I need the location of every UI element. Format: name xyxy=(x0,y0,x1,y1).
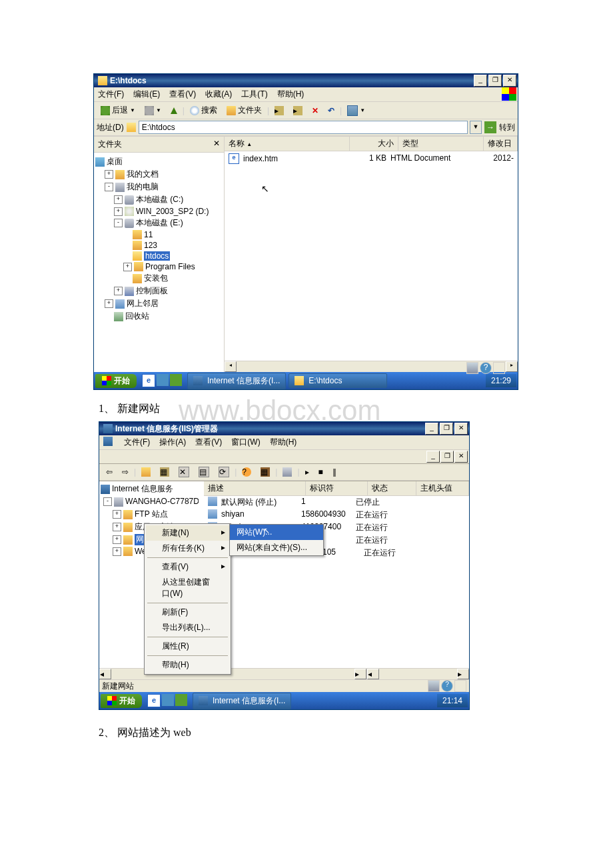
collapse-button[interactable]: - xyxy=(105,183,113,191)
collapse-button[interactable]: - xyxy=(114,219,123,227)
start-button[interactable]: 开始 xyxy=(101,694,142,708)
maximize-button[interactable]: ❐ xyxy=(488,75,502,87)
up-button[interactable] xyxy=(137,466,155,478)
toolbar-button[interactable]: ✕ xyxy=(175,465,193,479)
file-row[interactable]: eindex.htm 1 KB HTML Document 2012- xyxy=(225,153,518,165)
nav-forward-button[interactable]: ⇨ xyxy=(118,466,133,478)
expand-button[interactable]: + xyxy=(105,170,113,179)
menu-item-new-site[interactable]: 网站(W)...↖ xyxy=(230,525,323,540)
menu-file[interactable]: 文件(F) xyxy=(98,89,124,100)
menu-view[interactable]: 查看(V) xyxy=(169,89,196,100)
help-icon[interactable]: ? xyxy=(441,680,453,692)
help-icon[interactable]: ? xyxy=(480,362,492,374)
tree-item-server[interactable]: -WANGHAO-C7787D4(本地) xyxy=(101,495,203,508)
pause-button[interactable]: ‖ xyxy=(328,466,340,478)
up-button[interactable] xyxy=(167,106,181,115)
quicklaunch-item[interactable] xyxy=(170,374,182,386)
tree-item-iis-root[interactable]: Internet 信息服务 xyxy=(101,483,203,495)
menu-help[interactable]: 帮助(H) xyxy=(270,437,297,448)
tree-item-drive-c[interactable]: +本地磁盘 (C:) xyxy=(95,193,223,206)
maximize-button[interactable]: ❐ xyxy=(440,423,453,435)
toolbar-button[interactable]: ▦ xyxy=(257,466,274,478)
menu-item-properties[interactable]: 属性(R) xyxy=(146,639,229,654)
taskbar-item-iis[interactable]: Internet 信息服务(I... xyxy=(187,373,286,389)
system-tray-clock[interactable]: 21:29 xyxy=(486,374,516,387)
tree-item-htdocs[interactable]: htdocs xyxy=(95,251,223,261)
search-button[interactable]: 搜索 xyxy=(186,103,221,117)
tree-item-progfiles[interactable]: +Program Files xyxy=(95,261,223,272)
mdi-restore-button[interactable]: ❐ xyxy=(440,451,454,463)
col-type[interactable]: 类型 xyxy=(398,137,484,151)
mdi-close-button[interactable]: ✕ xyxy=(454,451,468,463)
menu-item-new-window[interactable]: 从这里创建窗口(W) xyxy=(146,575,229,601)
views-button[interactable]: ▼ xyxy=(343,104,369,117)
menu-edit[interactable]: 编辑(E) xyxy=(133,89,160,100)
address-input[interactable] xyxy=(139,121,468,134)
tree-item-mycomp[interactable]: -我的电脑 xyxy=(95,181,223,193)
tree-item-folder[interactable]: 11 xyxy=(95,229,223,240)
col-id[interactable]: 标识符 xyxy=(306,481,368,495)
col-size[interactable]: 大小 xyxy=(350,137,398,151)
address-dropdown[interactable]: ▼ xyxy=(470,121,482,134)
close-button[interactable]: ✕ xyxy=(454,423,468,435)
play-button[interactable]: ▸ xyxy=(301,466,313,478)
tree-item-control[interactable]: +控制面板 xyxy=(95,285,223,297)
undo-button[interactable]: ↶ xyxy=(324,105,338,117)
tree-item-folder[interactable]: 123 xyxy=(95,240,223,251)
desktop-quicklaunch[interactable] xyxy=(162,694,174,706)
expand-button[interactable]: + xyxy=(114,287,123,295)
taskbar-item-iis[interactable]: Internet 信息服务(I... xyxy=(193,693,291,709)
expand-button[interactable]: + xyxy=(114,207,123,216)
copy-to-button[interactable]: ▸ xyxy=(271,105,288,117)
site-row[interactable]: 默认网站 (停止)1已停止 xyxy=(204,496,469,509)
mdi-minimize-button[interactable]: _ xyxy=(426,451,440,463)
col-desc[interactable]: 描述 xyxy=(204,481,306,495)
expand-button[interactable]: + xyxy=(123,263,132,271)
expand-button[interactable]: + xyxy=(105,299,113,308)
delete-button[interactable]: ✕ xyxy=(308,105,322,117)
toolbar-button[interactable]: ▦ xyxy=(156,466,173,478)
tree-item-network[interactable]: +网上邻居 xyxy=(95,297,223,310)
col-modified[interactable]: 修改日 xyxy=(484,137,518,151)
col-host[interactable]: 主机头值 xyxy=(416,481,469,495)
scrollbar-horizontal[interactable]: ◂ ? ▸ xyxy=(225,361,518,372)
back-button[interactable]: 后退▼ xyxy=(97,103,139,117)
taskbar-item-explorer[interactable]: E:\htdocs xyxy=(289,373,387,388)
site-row[interactable]: shiyan1586004930正在运行 xyxy=(204,509,469,521)
ie-quicklaunch[interactable]: e xyxy=(142,374,155,387)
expand-button[interactable]: + xyxy=(114,195,123,204)
close-tree-button[interactable]: ✕ xyxy=(213,139,220,150)
properties-button[interactable]: ▤ xyxy=(195,465,213,479)
start-button[interactable]: 开始 xyxy=(95,374,137,388)
minimize-button[interactable]: _ xyxy=(474,75,487,87)
forward-button[interactable]: ▼ xyxy=(141,105,165,117)
menu-action[interactable]: 操作(A) xyxy=(159,437,186,448)
menu-item-new[interactable]: 新建(N) 网站(W)...↖ 网站(来自文件)(S)... xyxy=(146,525,229,541)
close-button[interactable]: ✕ xyxy=(503,75,516,87)
minimize-button[interactable]: _ xyxy=(425,423,438,435)
tree-item-desktop[interactable]: 桌面 xyxy=(95,155,223,168)
tree-item-mydocs[interactable]: +我的文档 xyxy=(95,168,223,181)
menu-file[interactable]: 文件(F) xyxy=(124,437,150,448)
col-status[interactable]: 状态 xyxy=(368,481,416,495)
tree-item-recycle[interactable]: 回收站 xyxy=(95,310,223,323)
folders-button[interactable]: 文件夹 xyxy=(223,103,266,117)
desktop-quicklaunch[interactable] xyxy=(157,374,169,386)
refresh-button[interactable]: ⟳ xyxy=(215,465,233,479)
ie-quicklaunch[interactable]: e xyxy=(147,694,161,707)
menu-window[interactable]: 窗口(W) xyxy=(231,437,260,448)
menu-item-view[interactable]: 查看(V) xyxy=(146,559,229,575)
menu-item-export[interactable]: 导出列表(L)... xyxy=(146,620,229,635)
tree-item-drive-e[interactable]: -本地磁盘 (E:) xyxy=(95,217,223,229)
menu-item-new-site-from-file[interactable]: 网站(来自文件)(S)... xyxy=(230,540,323,555)
help-button[interactable]: ? xyxy=(238,466,255,478)
menu-view[interactable]: 查看(V) xyxy=(195,437,222,448)
tree-item-folder[interactable]: 安装包 xyxy=(95,272,223,285)
toolbar-button[interactable] xyxy=(279,466,296,478)
nav-back-button[interactable]: ⇦ xyxy=(102,466,117,478)
menu-help[interactable]: 帮助(H) xyxy=(277,89,305,100)
menu-item-all-tasks[interactable]: 所有任务(K) xyxy=(146,541,229,556)
stop-button[interactable]: ■ xyxy=(314,466,327,478)
system-tray-clock[interactable]: 21:14 xyxy=(437,694,468,707)
menu-item-refresh[interactable]: 刷新(F) xyxy=(146,605,229,620)
